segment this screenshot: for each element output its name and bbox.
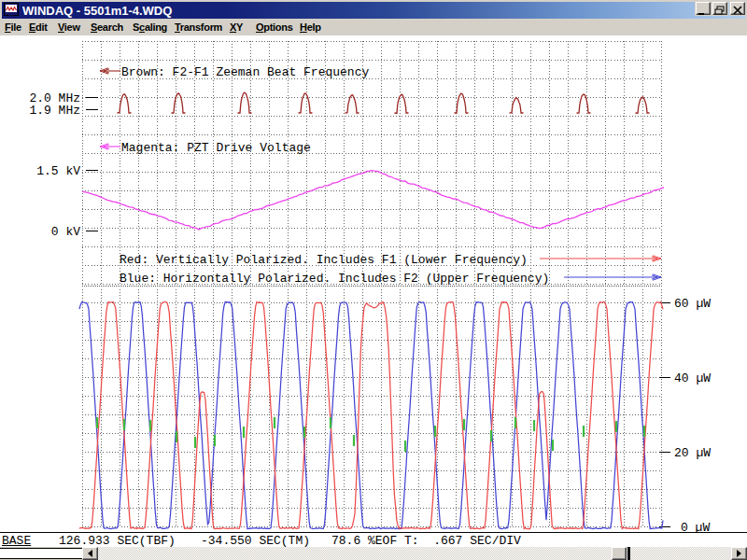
svg-text:0 µW: 0 µW [681, 521, 710, 532]
left-arrow-icon [88, 550, 92, 557]
svg-text:20 µW: 20 µW [674, 446, 711, 460]
svg-text:Red: Vertically Polarized. Inc: Red: Vertically Polarized. Includes F1 (… [120, 253, 528, 267]
menu-search[interactable]: Search [91, 21, 123, 33]
menu-edit[interactable]: Edit [29, 21, 48, 33]
svg-text:Magenta: PZT Drive Voltage: Magenta: PZT Drive Voltage [121, 141, 311, 155]
traces [79, 92, 664, 528]
svg-text:0 kV: 0 kV [51, 225, 80, 239]
app-icon [4, 3, 19, 18]
horizontal-scrollbar [0, 547, 747, 560]
menu-options[interactable]: Options [256, 21, 292, 33]
status-text: -34.550 SEC(TM) [201, 534, 310, 548]
restore-button[interactable] [712, 2, 727, 15]
close-button[interactable] [730, 2, 745, 15]
scroll-left-button[interactable] [82, 547, 98, 560]
window-title: WINDAQ - 5501m1-4.WDQ [22, 4, 172, 18]
menu-help[interactable]: Help [300, 21, 321, 33]
status-bar: BASE126.933 SEC(TBF)-34.550 SEC(TM)78.6 … [0, 532, 747, 547]
menu-scaling[interactable]: Scaling [133, 21, 167, 33]
scrollbar-track[interactable] [98, 547, 733, 560]
menu-xy[interactable]: XY [230, 21, 243, 33]
status-text: 126.933 SEC(TBF) [59, 534, 176, 548]
windaq-window: WINDAQ - 5501m1-4.WDQ FileEditViewSearch… [0, 0, 747, 560]
svg-text:1.9 MHz: 1.9 MHz [29, 104, 80, 118]
svg-text:40 µW: 40 µW [674, 371, 711, 385]
menu-view[interactable]: View [58, 21, 80, 33]
annotations: Brown: F2-F1 Zeeman Beat FrequencyMagent… [100, 65, 661, 286]
scrollbar-position-mark [627, 547, 630, 560]
svg-text:Brown: F2-F1 Zeeman Beat Frequ: Brown: F2-F1 Zeeman Beat Frequency [121, 65, 369, 79]
svg-text:Blue: Horizontally Polarized.: Blue: Horizontally Polarized. Includes F… [120, 272, 549, 286]
menu-bar: FileEditViewSearchScalingTransformXYOpti… [0, 19, 747, 35]
svg-text:1.5 kV: 1.5 kV [36, 164, 80, 178]
status-text: 78.6 %EOF T: .667 SEC/DIV [331, 534, 521, 548]
scrollbar-left-field [0, 548, 82, 559]
svg-text:60 µW: 60 µW [674, 297, 711, 311]
menu-file[interactable]: File [5, 21, 21, 33]
plot-client-area: 2.0 MHz1.9 MHz1.5 kV0 kV60 µW40 µW20 µW0… [0, 35, 747, 532]
window-controls [694, 2, 745, 15]
title-bar: WINDAQ - 5501m1-4.WDQ [2, 2, 745, 19]
status-text: BASE [2, 534, 31, 548]
menu-transform[interactable]: Transform [175, 21, 222, 33]
waveform-plot: 2.0 MHz1.9 MHz1.5 kV0 kV60 µW40 µW20 µW0… [0, 35, 747, 532]
right-arrow-icon [737, 550, 741, 557]
minimize-button[interactable] [696, 2, 711, 15]
axis-labels: 2.0 MHz1.9 MHz1.5 kV0 kV60 µW40 µW20 µW0… [29, 91, 711, 532]
scroll-right-button[interactable] [731, 547, 747, 560]
window-chrome: WINDAQ - 5501m1-4.WDQ FileEditViewSearch… [0, 0, 747, 35]
scrollbar-thumb[interactable] [612, 547, 627, 560]
